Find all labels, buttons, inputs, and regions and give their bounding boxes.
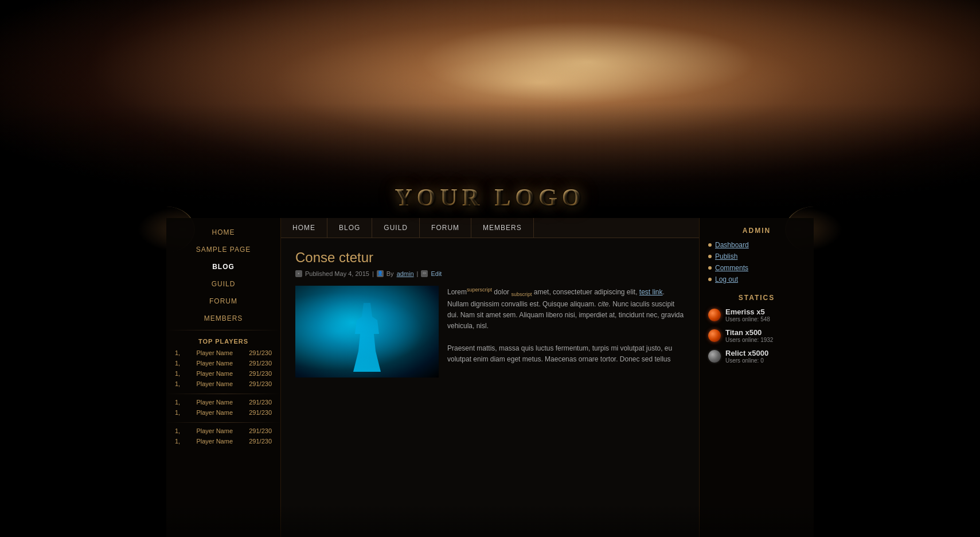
admin-link-dashboard[interactable]: Dashboard	[708, 239, 805, 251]
superscript-text: superscript	[467, 287, 492, 293]
player-name: Player Name	[196, 438, 233, 445]
table-row: 1, Player Name 291/230	[166, 379, 280, 389]
player-score: 291/230	[249, 370, 272, 377]
logo-text: YOUR LOGO	[376, 184, 605, 211]
stat-users-relict: Users online: 0	[725, 357, 805, 364]
player-rank: 1,	[175, 349, 180, 356]
nav-members[interactable]: MEMBERS	[166, 310, 280, 327]
stat-item-titan: Titan x500 Users online: 1932	[708, 328, 805, 343]
meta-by: By	[386, 270, 394, 277]
bullet-icon	[708, 243, 712, 247]
player-rank: 1,	[175, 399, 180, 406]
article-author[interactable]: admin	[397, 270, 414, 277]
stat-users-emeriss: Users online: 548	[725, 316, 805, 322]
subscript-text: subscript	[511, 291, 532, 297]
table-row: 1, Player Name 291/230	[166, 407, 280, 418]
nav-blog[interactable]: BLOG	[166, 258, 280, 275]
players-divider-1	[166, 394, 280, 394]
calendar-icon: ▪	[295, 270, 302, 277]
article-text-amet: amet, consectetuer adipiscing elit,	[532, 288, 639, 296]
stat-users-label: Users online:	[725, 337, 759, 343]
stat-orb-titan	[708, 329, 721, 342]
topnav-blog[interactable]: BLOG	[327, 218, 372, 238]
admin-link-publish[interactable]: Publish	[708, 251, 805, 262]
admin-link-logout[interactable]: Log out	[708, 274, 805, 285]
edit-icon: ✏	[421, 270, 428, 277]
table-row: 1, Player Name 291/230	[166, 348, 280, 358]
hero-banner	[0, 0, 980, 207]
admin-link-comments[interactable]: Comments	[708, 262, 805, 274]
admin-header: ADMIN	[708, 224, 805, 239]
bullet-icon	[708, 278, 712, 281]
nav-home[interactable]: HOME	[166, 224, 280, 241]
stat-info-emeriss: Emeriss x5 Users online: 548	[725, 308, 805, 322]
nav-divider	[166, 330, 280, 330]
meta-separator: |	[372, 270, 374, 277]
article-cite: cite.	[598, 300, 611, 308]
player-group-2: 1, Player Name 291/230 1, Player Name 29…	[166, 397, 280, 418]
topnav-guild[interactable]: GUILD	[372, 218, 420, 238]
article-edit-link[interactable]: Edit	[431, 270, 442, 277]
meta-separator-2: |	[417, 270, 419, 277]
stat-item-relict: Relict x5000 Users online: 0	[708, 349, 805, 364]
player-name: Player Name	[196, 427, 233, 434]
stat-users-count: 548	[760, 316, 770, 322]
sidebar-right: ADMIN Dashboard Publish Comments Log out	[699, 218, 814, 537]
stat-orb-relict	[708, 350, 721, 363]
content-topnav: HOME BLOG GUILD FORUM MEMBERS	[281, 218, 699, 238]
table-row: 1, Player Name 291/230	[166, 426, 280, 436]
player-score: 291/230	[249, 409, 272, 416]
article-text-lorem: Lorem	[447, 288, 467, 296]
table-row: 1, Player Name 291/230	[166, 358, 280, 368]
player-rank: 1,	[175, 360, 180, 367]
stat-orb-emeriss	[708, 309, 721, 321]
topnav-home[interactable]: HOME	[281, 218, 327, 238]
article-area: Conse ctetur ▪ Published May 4, 2015 | 👤…	[281, 238, 699, 376]
player-name: Player Name	[196, 399, 233, 406]
three-col-layout: HOME SAMPLE PAGE BLOG GUILD FORUM MEMBER…	[166, 218, 814, 537]
article-figure	[350, 303, 384, 372]
logo-area: YOUR LOGO	[376, 184, 605, 211]
top-players-header: TOP PLAYERS	[166, 333, 280, 348]
topnav-members[interactable]: MEMBERS	[471, 218, 534, 238]
players-divider-2	[166, 422, 280, 423]
stat-users-label: Users online:	[725, 316, 759, 322]
sidebar-left: HOME SAMPLE PAGE BLOG GUILD FORUM MEMBER…	[166, 218, 281, 537]
admin-link-label: Comments	[715, 264, 748, 272]
nav-sample-page[interactable]: SAMPLE PAGE	[166, 241, 280, 258]
admin-link-label: Dashboard	[715, 241, 749, 249]
stat-name-relict: Relict x5000	[725, 349, 805, 357]
player-score: 291/230	[249, 438, 272, 445]
stat-users-label: Users online:	[725, 357, 759, 364]
player-rank: 1,	[175, 380, 180, 387]
stat-name-titan: Titan x500	[725, 328, 805, 337]
stat-item-emeriss: Emeriss x5 Users online: 548	[708, 308, 805, 322]
stat-info-relict: Relict x5000 Users online: 0	[725, 349, 805, 364]
admin-links-list: Dashboard Publish Comments Log out	[708, 239, 805, 285]
admin-link-label: Publish	[715, 252, 737, 260]
stat-users-count: 1932	[760, 337, 773, 343]
article-published: Published May 4, 2015	[305, 270, 369, 277]
nav-forum[interactable]: FORUM	[166, 293, 280, 310]
player-group-1: 1, Player Name 291/230 1, Player Name 29…	[166, 348, 280, 389]
stat-name-emeriss: Emeriss x5	[725, 308, 805, 316]
player-score: 291/230	[249, 349, 272, 356]
player-score: 291/230	[249, 380, 272, 387]
player-rank: 1,	[175, 438, 180, 445]
topnav-forum[interactable]: FORUM	[420, 218, 471, 238]
article-title: Conse ctetur	[295, 250, 685, 266]
player-score: 291/230	[249, 360, 272, 367]
stat-users-titan: Users online: 1932	[725, 337, 805, 343]
stat-users-count: 0	[760, 357, 764, 364]
player-name: Player Name	[196, 380, 233, 387]
statics-header: STATICS	[708, 285, 805, 308]
table-row: 1, Player Name 291/230	[166, 368, 280, 379]
nav-guild[interactable]: GUILD	[166, 275, 280, 293]
article-test-link[interactable]: test link	[639, 288, 663, 296]
article-meta: ▪ Published May 4, 2015 | 👤 By admin | ✏…	[295, 270, 685, 277]
stat-info-titan: Titan x500 Users online: 1932	[725, 328, 805, 343]
article-image	[295, 286, 439, 378]
table-row: 1, Player Name 291/230	[166, 397, 280, 407]
player-rank: 1,	[175, 409, 180, 416]
left-nav: HOME SAMPLE PAGE BLOG GUILD FORUM MEMBER…	[166, 224, 280, 327]
